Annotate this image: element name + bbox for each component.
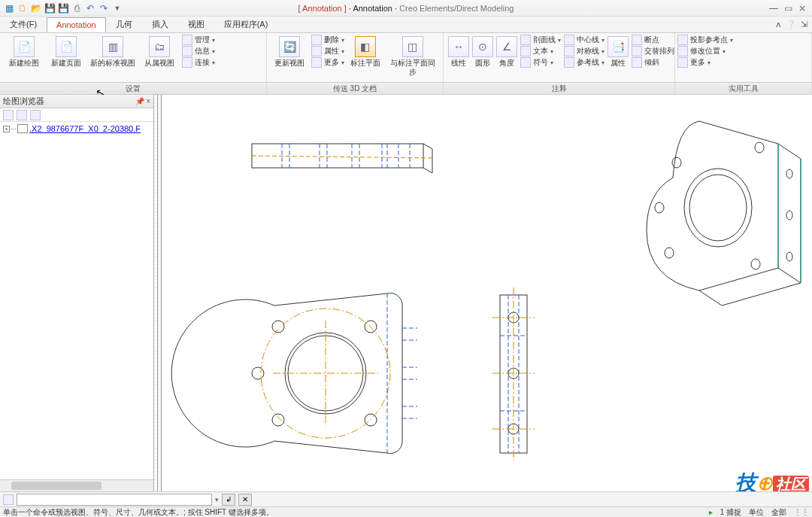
btn-annot-plane[interactable]: ◧标注平面 [347,35,384,68]
btn-aprops[interactable]: 📑属性 [607,35,629,68]
expand-icon[interactable]: + [3,126,10,132]
tree-icon[interactable] [3,110,14,120]
tab-file[interactable]: 文件(F) [0,16,47,33]
qat-print-icon[interactable]: ⎙ [71,2,83,14]
close-panel-icon[interactable]: × [146,97,150,105]
cmd-cancel-button[interactable]: ✕ [238,494,252,506]
btn-connect[interactable]: 连接▾ [182,57,215,68]
btn-more[interactable]: 更多▾ [311,57,344,68]
btn-new-page[interactable]: 📄新建页面 [47,35,86,68]
drawing-views [162,95,812,491]
svg-point-45 [689,175,747,241]
tab-annotation[interactable]: Annotation [47,17,106,32]
btn-new-drawing[interactable]: 📄新建绘图 [5,35,44,68]
tab-apps[interactable]: 应用程序(A) [214,16,278,33]
btn-delete[interactable]: 删除▾ [311,35,344,45]
command-input[interactable] [17,494,212,506]
btn-symbol[interactable]: 符号▾ [520,57,561,68]
svg-point-50 [655,202,664,213]
qat-new-icon[interactable]: ▦ [3,2,15,14]
tab-insert[interactable]: 插入 [142,16,178,33]
btn-dependent-view[interactable]: 🗂从属视图 [140,35,179,68]
tab-view[interactable]: 视图 [178,16,214,33]
qat-save-icon[interactable]: 💾 [44,2,56,14]
status-all[interactable]: 全部 [771,507,786,518]
qat-doc-icon[interactable]: 🗋 [17,2,29,14]
btn-centerline[interactable]: 中心线▾ [564,35,604,45]
util-icon-8[interactable] [680,54,692,66]
btn-info[interactable]: 信息▾ [182,46,215,56]
cmd-icon[interactable] [3,494,14,505]
drawing-browser: 绘图浏览器 📌 × + .X2_9876677F_X0_2-20380.F [0,95,154,491]
btn-refline[interactable]: 参考线▾ [564,57,604,68]
browser-toolbar [0,108,153,122]
btn-angle[interactable]: ∠角度 [496,35,517,68]
section-settings: 设置 [0,83,267,94]
btn-linear[interactable]: ↔线性 [448,35,469,68]
btn-break[interactable]: 断点 [632,35,674,45]
btn-circular[interactable]: ⊙圆形 [472,35,493,68]
vertical-ruler [154,95,162,491]
qat-open-icon[interactable]: 📂 [30,2,42,14]
copy-icon[interactable] [30,110,41,120]
qat-undo-icon[interactable]: ↶ [84,2,96,14]
qat-redo-icon[interactable]: ↷ [98,2,110,14]
btn-tilt[interactable]: 倾斜 [632,57,674,68]
section-transfer: 传送 3D 文档 [267,83,444,94]
section-util: 实用工具 [675,83,812,94]
btn-alt[interactable]: 交替排列 [632,46,674,56]
util-icon-1[interactable] [680,38,692,50]
group-util [675,33,812,82]
status-units[interactable]: 单位 [749,507,764,518]
util-icon-3[interactable] [713,38,725,50]
minimize-icon[interactable]: — [769,3,778,14]
btn-symline[interactable]: 对称线▾ [564,46,604,56]
close-icon[interactable]: ⤬ [798,3,806,14]
maximize-icon[interactable]: ▭ [784,3,792,14]
btn-new-std-view[interactable]: ▥新的标准视图 [89,35,137,68]
quick-access-toolbar: ▦ 🗋 📂 💾 💾 ⎙ ↶ ↷ ▼ [0,2,126,14]
svg-point-17 [272,321,284,333]
btn-text[interactable]: 文本▾ [520,46,561,56]
pin-icon[interactable]: ⇲ [801,20,807,29]
util-icon-2[interactable] [696,38,708,50]
tree-item[interactable]: + .X2_9876677F_X0_2-20380.F [3,123,150,134]
file-icon [17,124,28,133]
btn-sync-plane[interactable]: ◫与标注平面同步 [386,35,438,77]
svg-point-47 [755,142,764,153]
btn-manage[interactable]: 管理▾ [182,35,215,45]
btn-update-view[interactable]: 🔄更新视图 [271,35,308,68]
status-snap[interactable]: 1 捕捉 [720,507,741,518]
browser-hscroll[interactable] [0,479,153,491]
collapse-ribbon-icon[interactable]: ʌ [776,20,781,29]
svg-point-49 [751,259,760,269]
status-grip-icon[interactable]: ⋮⋮ [794,508,809,516]
group-transfer: 🔄更新视图 删除▾ 属性▾ 更多▾ ◧标注平面 ◫与标注平面同步 [267,33,444,82]
workarea: 绘图浏览器 📌 × + .X2_9876677F_X0_2-20380.F [0,95,812,491]
qat-dropdown-icon[interactable]: ▼ [111,2,123,14]
titlebar: ▦ 🗋 📂 💾 💾 ⎙ ↶ ↷ ▼ [ Annotation ] · Annot… [0,0,812,17]
window-controls: — ▭ ⤬ [769,3,812,14]
svg-line-2 [423,168,432,173]
util-icon-5[interactable] [746,38,758,50]
util-icon-7[interactable] [779,38,791,50]
pin-icon[interactable]: 📌 [135,97,144,105]
window-title: [ Annotation ] · Annotation · Creo Eleme… [298,4,514,13]
cmd-dropdown-icon[interactable]: ▾ [215,496,219,503]
svg-point-18 [272,414,284,426]
help-icon[interactable]: ❔ [786,20,796,29]
view-icon[interactable] [17,110,27,120]
btn-hatch[interactable]: 剖面线▾ [520,35,561,45]
svg-rect-0 [252,144,423,168]
status-play-icon[interactable]: ▸ [709,508,713,516]
qat-saveall-icon[interactable]: 💾 [57,2,69,14]
util-icon-4[interactable] [729,38,741,50]
util-icon-6[interactable] [762,38,774,50]
svg-point-46 [672,157,681,168]
btn-props[interactable]: 属性▾ [311,46,344,56]
tab-geometry[interactable]: 几何 [106,16,142,33]
view-iso [647,121,801,306]
drawing-canvas[interactable] [154,95,812,491]
cmd-enter-button[interactable]: ↲ [222,494,235,506]
group-settings: 📄新建绘图 📄新建页面 ▥新的标准视图 🗂从属视图 管理▾ 信息▾ 连接▾ [0,33,267,82]
